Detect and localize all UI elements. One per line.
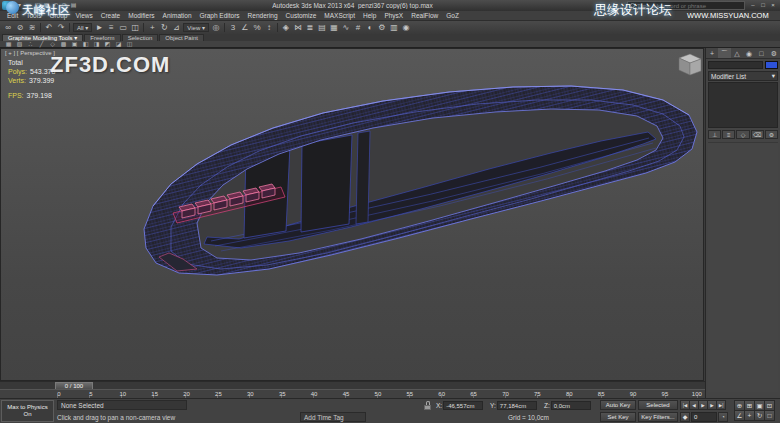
toolbar-window-crossing-icon[interactable]: ◫ (129, 22, 141, 33)
time-configuration-button[interactable]: ◔ (718, 412, 728, 422)
menu-animation[interactable]: Animation (159, 12, 196, 19)
edit-poly-mode-icon[interactable]: ▧ (15, 41, 24, 47)
new-scene-icon[interactable]: ▭ (24, 1, 33, 10)
coord-y-field[interactable]: 77,184cm (497, 401, 537, 410)
tab-hierarchy[interactable]: △ (731, 48, 743, 58)
border-mode-icon[interactable]: ◇ (48, 41, 57, 47)
toolbar-select-and-link-icon[interactable]: ∞ (2, 22, 14, 33)
toolbar-render-production-icon[interactable]: ◉ (400, 22, 412, 33)
max-to-physics-button[interactable]: Max to Physics On (1, 400, 54, 422)
tab-display[interactable]: □ (755, 48, 767, 58)
toolbar-snaps-toggle-icon[interactable]: 3 (227, 22, 239, 33)
menu-goz[interactable]: GoZ (442, 12, 463, 19)
polygon-modeling-icon[interactable]: ▦ (4, 41, 13, 47)
toolbar-percent-snap-toggle-icon[interactable]: % (251, 22, 263, 33)
toolbar-selection-filter-dropdown[interactable]: All ▾ (73, 23, 92, 32)
open-file-icon[interactable]: ◳ (33, 1, 42, 10)
toolbar-mirror-icon[interactable]: ⋈ (292, 22, 304, 33)
tab-motion[interactable]: ◉ (743, 48, 755, 58)
menu-graph-editors[interactable]: Graph Editors (196, 12, 244, 19)
modifier-stack-list[interactable] (708, 82, 778, 128)
loop-selection-icon[interactable]: ◪ (114, 41, 123, 47)
toolbar-reference-coordinate-system-dropdown[interactable]: View ▾ (183, 23, 209, 32)
app-logo-icon[interactable] (2, 1, 12, 10)
pin-stack-button[interactable]: ⊥ (708, 130, 721, 139)
menu-maxscript[interactable]: MAXScript (320, 12, 359, 19)
toolbar-align-icon[interactable]: ≣ (304, 22, 316, 33)
ribbon-tab-object-paint[interactable]: Object Paint (159, 34, 204, 41)
menu-tools[interactable]: Tools (22, 12, 45, 19)
toolbar-select-object-icon[interactable]: ► (93, 22, 105, 33)
current-frame-field[interactable]: 0 (691, 412, 717, 422)
menu-views[interactable]: Views (71, 12, 96, 19)
vertex-mode-icon[interactable]: ∴ (26, 41, 35, 47)
timeline-ruler[interactable]: 0510152025303540455055606570758085909510… (0, 389, 705, 398)
close-button[interactable]: × (768, 1, 778, 10)
add-time-tag[interactable]: Add Time Tag (300, 412, 366, 422)
viewport-label[interactable]: [ + ] [ Perspective ] (5, 50, 55, 56)
key-filters-button[interactable]: Key Filters... (638, 412, 678, 422)
grow-selection-icon[interactable]: ◩ (103, 41, 112, 47)
edge-mode-icon[interactable]: ╱ (37, 41, 46, 47)
infocenter-search[interactable] (627, 1, 745, 10)
configure-modifier-sets-button[interactable]: ⚙ (765, 130, 778, 139)
minimize-button[interactable]: – (748, 1, 758, 10)
toolbar-material-editor-icon[interactable]: ◐ (364, 22, 376, 33)
perspective-viewport[interactable]: [ + ] [ Perspective ] Total Polys:543.37… (0, 48, 704, 381)
toolbar-layer-manager-icon[interactable]: ▤ (316, 22, 328, 33)
polygon-mode-icon[interactable]: ▩ (59, 41, 68, 47)
make-unique-button[interactable]: ◇ (736, 130, 749, 139)
coord-z-field[interactable]: 0,0cm (551, 401, 591, 410)
ring-selection-icon[interactable]: ◫ (125, 41, 134, 47)
toolbar-select-by-name-icon[interactable]: ≡ (105, 22, 117, 33)
toolbar-select-and-move-icon[interactable]: + (146, 22, 158, 33)
transform-lock-icon[interactable] (424, 401, 432, 410)
menu-customize[interactable]: Customize (282, 12, 321, 19)
toolbar-rendered-frame-window-icon[interactable]: ▥ (388, 22, 400, 33)
auto-key-button[interactable]: Auto Key (600, 400, 636, 410)
toolbar-undo-scene-icon[interactable]: ↶ (43, 22, 55, 33)
maximize-viewport-toggle-button[interactable]: □ (764, 410, 775, 421)
toolbar-selection-region-icon[interactable]: ▭ (117, 22, 129, 33)
toolbar-angle-snap-toggle-icon[interactable]: ∠ (239, 22, 251, 33)
menu-modifiers[interactable]: Modifiers (124, 12, 158, 19)
remove-modifier-button[interactable]: ⌫ (751, 130, 764, 139)
show-end-result-button[interactable]: ≡ (722, 130, 735, 139)
restore-button[interactable]: □ (758, 1, 768, 10)
viewport-canvas[interactable] (1, 49, 703, 380)
toolbar-edit-named-selection-sets-icon[interactable]: ◈ (280, 22, 292, 33)
set-key-button[interactable]: Set Key (600, 412, 636, 422)
coord-x-field[interactable]: -46,557cm (443, 401, 483, 410)
toolbar-spinner-snap-toggle-icon[interactable]: ↕ (263, 22, 275, 33)
object-name-field[interactable] (708, 61, 763, 69)
key-mode-toggle[interactable]: ◆ (680, 412, 690, 422)
toolbar-use-pivot-point-center-icon[interactable]: ◎ (210, 22, 222, 33)
toolbar-bind-to-space-warp-icon[interactable]: ≋ (26, 22, 38, 33)
toolbar-unlink-selection-icon[interactable]: ⊘ (14, 22, 26, 33)
element-mode-icon[interactable]: ▣ (70, 41, 79, 47)
tab-utilities[interactable]: ⚙ (768, 48, 780, 58)
shrink-selection-icon[interactable]: ◨ (92, 41, 101, 47)
menu-help[interactable]: Help (359, 12, 380, 19)
toolbar-curve-editor-icon[interactable]: ∿ (340, 22, 352, 33)
toolbar-ribbon-toggle-icon[interactable]: ▦ (328, 22, 340, 33)
modifier-list-dropdown[interactable]: Modifier List ▾ (708, 71, 778, 81)
menu-edit[interactable]: Edit (3, 12, 22, 19)
redo-icon[interactable]: ↷ (60, 1, 69, 10)
ribbon-tab-freeform[interactable]: Freeform (84, 34, 120, 41)
tab-create[interactable]: + (706, 48, 718, 58)
project-folder-icon[interactable]: ▤ (69, 1, 78, 10)
object-color-swatch[interactable] (765, 61, 778, 69)
go-to-end-button[interactable]: ▶| (716, 400, 726, 410)
menu-physx[interactable]: PhysX (380, 12, 407, 19)
menu-group[interactable]: Group (45, 12, 71, 19)
toolbar-select-and-scale-icon[interactable]: ⊿ (170, 22, 182, 33)
search-input[interactable] (637, 3, 742, 9)
ribbon-tab-graphite-modeling-tools[interactable]: Graphite Modeling Tools ▾ (2, 34, 83, 41)
tab-modify[interactable]: ⌒ (718, 48, 730, 58)
toolbar-render-setup-icon[interactable]: ⚙ (376, 22, 388, 33)
selection-set-dropdown[interactable]: Selected (638, 400, 678, 410)
toolbar-select-and-rotate-icon[interactable]: ↻ (158, 22, 170, 33)
toolbar-schematic-view-icon[interactable]: # (352, 22, 364, 33)
viewcube[interactable] (679, 54, 701, 75)
